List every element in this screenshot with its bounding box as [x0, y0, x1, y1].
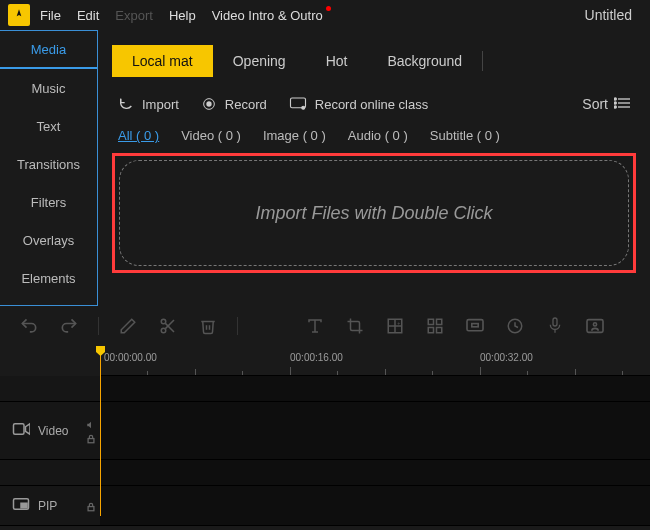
svg-point-30 [593, 323, 596, 326]
filter-all[interactable]: All ( 0 ) [118, 128, 159, 143]
svg-rect-24 [467, 320, 483, 331]
filter-audio[interactable]: Audio ( 0 ) [348, 128, 408, 143]
sort-icon [614, 96, 630, 112]
app-logo [8, 4, 30, 26]
track-pip-label: PIP [0, 486, 100, 525]
sidebar-item-text[interactable]: Text [0, 107, 97, 145]
content-tabs: Local mat Opening Hot Background [112, 40, 636, 82]
playhead[interactable] [100, 346, 101, 516]
svg-rect-33 [88, 438, 94, 442]
ruler-mark: 00:00:00.00 [104, 352, 157, 363]
svg-point-8 [614, 102, 616, 104]
monitor-icon [289, 96, 307, 112]
text-icon[interactable] [304, 315, 326, 337]
menu-edit[interactable]: Edit [77, 8, 99, 23]
svg-point-9 [614, 106, 616, 108]
sidebar: Media Music Text Transitions Filters Ove… [0, 30, 98, 306]
record-button[interactable]: Record [201, 96, 267, 112]
menu-video-intro-label: Video Intro & Outro [212, 8, 323, 23]
redo-icon[interactable] [58, 315, 80, 337]
track-video-lane[interactable] [100, 402, 650, 459]
svg-point-1 [206, 101, 211, 106]
sidebar-item-overlays[interactable]: Overlays [0, 221, 97, 259]
import-button[interactable]: Import [118, 96, 179, 112]
tab-background[interactable]: Background [367, 45, 482, 77]
menu-help[interactable]: Help [169, 8, 196, 23]
action-row: Import Record Record online class Sort [112, 96, 636, 112]
sidebar-item-media[interactable]: Media [0, 31, 97, 69]
filter-image[interactable]: Image ( 0 ) [263, 128, 326, 143]
tab-local[interactable]: Local mat [112, 45, 213, 77]
drop-zone-highlight: Import Files with Double Click [112, 153, 636, 273]
mic-icon[interactable] [544, 315, 566, 337]
content-panel: Local mat Opening Hot Background Import … [98, 30, 650, 306]
sort-label: Sort [582, 96, 608, 112]
import-icon [118, 96, 134, 112]
undo-icon[interactable] [18, 315, 40, 337]
import-drop-zone[interactable]: Import Files with Double Click [119, 160, 629, 266]
svg-point-10 [161, 319, 166, 324]
sort-button[interactable]: Sort [582, 96, 630, 112]
filter-subtitle[interactable]: Subtitle ( 0 ) [430, 128, 500, 143]
screen-icon[interactable] [464, 315, 486, 337]
pen-icon[interactable] [117, 315, 139, 337]
record-icon [201, 96, 217, 112]
mute-icon[interactable] [86, 419, 96, 429]
tab-hot[interactable]: Hot [306, 45, 368, 77]
track-pip-lane[interactable] [100, 486, 650, 525]
menu-export[interactable]: Export [115, 8, 153, 23]
svg-text:+: + [397, 320, 400, 326]
svg-rect-20 [428, 319, 433, 324]
svg-rect-36 [88, 506, 94, 510]
person-icon[interactable] [584, 315, 606, 337]
svg-rect-27 [553, 318, 557, 326]
trash-icon[interactable] [197, 315, 219, 337]
timeline: 00:00:00.00 00:00:16.00 00:00:32.00 Vide… [0, 346, 650, 526]
crop-icon[interactable] [344, 315, 366, 337]
track-video[interactable]: Video [0, 402, 650, 460]
import-label: Import [142, 97, 179, 112]
pip-track-icon [12, 497, 30, 514]
sidebar-item-elements[interactable]: Elements [0, 259, 97, 297]
track-video-label: Video [0, 402, 100, 459]
svg-rect-31 [14, 424, 25, 435]
clock-icon[interactable] [504, 315, 526, 337]
svg-rect-25 [472, 324, 478, 327]
lock-icon[interactable] [86, 433, 96, 443]
svg-rect-21 [437, 319, 442, 324]
lock-icon[interactable] [86, 501, 96, 511]
svg-rect-35 [21, 503, 27, 508]
drop-zone-label: Import Files with Double Click [255, 203, 492, 224]
sidebar-item-transitions[interactable]: Transitions [0, 145, 97, 183]
record-label: Record [225, 97, 267, 112]
document-title: Untitled [585, 7, 632, 23]
main-area: Media Music Text Transitions Filters Ove… [0, 30, 650, 306]
svg-point-3 [302, 106, 305, 109]
title-bar: File Edit Export Help Video Intro & Outr… [0, 0, 650, 30]
svg-marker-32 [26, 424, 31, 435]
menu-video-intro[interactable]: Video Intro & Outro [212, 8, 323, 23]
record-online-button[interactable]: Record online class [289, 96, 428, 112]
scissors-icon[interactable] [157, 315, 179, 337]
track-spacer [0, 376, 650, 402]
svg-rect-22 [428, 328, 433, 333]
ruler-mark: 00:00:16.00 [290, 352, 343, 363]
timeline-ruler[interactable]: 00:00:00.00 00:00:16.00 00:00:32.00 [100, 346, 650, 376]
grid-icon[interactable] [424, 315, 446, 337]
filter-row: All ( 0 ) Video ( 0 ) Image ( 0 ) Audio … [112, 128, 636, 143]
tab-opening[interactable]: Opening [213, 45, 306, 77]
menu-file[interactable]: File [40, 8, 61, 23]
toolbar-divider [98, 317, 99, 335]
ruler-mark: 00:00:32.00 [480, 352, 533, 363]
sidebar-item-filters[interactable]: Filters [0, 183, 97, 221]
tab-divider [482, 51, 483, 71]
track-pip[interactable]: PIP [0, 486, 650, 526]
track-spacer [0, 460, 650, 486]
sidebar-item-music[interactable]: Music [0, 69, 97, 107]
filter-video[interactable]: Video ( 0 ) [181, 128, 241, 143]
svg-point-11 [161, 328, 166, 333]
video-track-icon [12, 422, 30, 439]
toolbar-divider [237, 317, 238, 335]
mosaic-icon[interactable]: + [384, 315, 406, 337]
record-online-label: Record online class [315, 97, 428, 112]
